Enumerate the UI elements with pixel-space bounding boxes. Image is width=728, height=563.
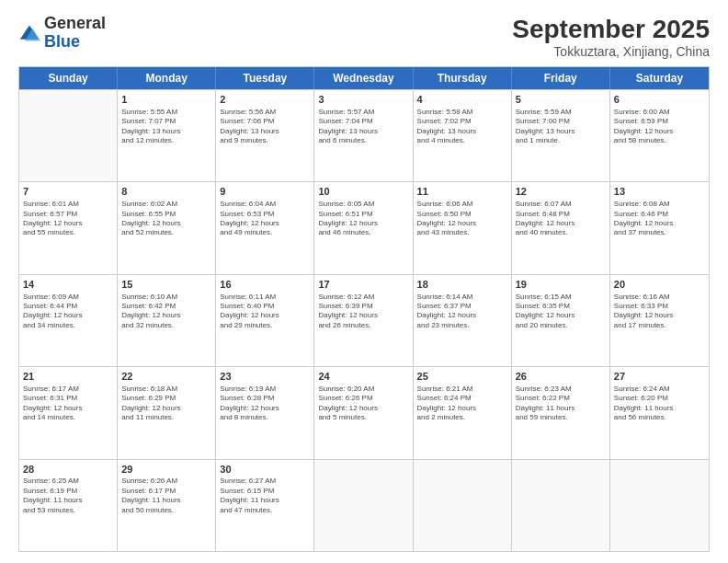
calendar-cell: 27Sunrise: 6:24 AMSunset: 6:20 PMDayligh… [610,367,709,458]
calendar-cell: 10Sunrise: 6:05 AMSunset: 6:51 PMDayligh… [314,182,413,273]
logo: General Blue [18,15,106,52]
calendar-body: 1Sunrise: 5:55 AMSunset: 7:07 PMDaylight… [19,89,709,551]
cell-info: Sunset: 6:26 PM [318,394,408,403]
cell-info: Sunset: 7:06 PM [220,117,310,126]
cell-info: Sunrise: 6:00 AM [614,108,705,117]
title-block: September 2025 Tokkuztara, Xinjiang, Chi… [512,15,710,59]
cell-info: Daylight: 11 hours [121,496,211,505]
cell-info: Daylight: 12 hours [614,219,705,228]
day-number: 27 [614,370,705,384]
calendar-cell [19,90,118,181]
cell-info: and 2 minutes. [417,413,507,422]
calendar: SundayMondayTuesdayWednesdayThursdayFrid… [18,66,710,552]
cell-info: Sunrise: 5:57 AM [318,108,408,117]
header-day-sunday: Sunday [19,67,118,89]
day-number: 3 [318,93,408,107]
cell-info: and 49 minutes. [220,228,310,237]
cell-info: and 1 minute. [516,136,606,145]
cell-info: Sunset: 6:29 PM [121,394,211,403]
calendar-cell: 30Sunrise: 6:27 AMSunset: 6:15 PMDayligh… [216,460,314,551]
cell-info: and 23 minutes. [417,321,507,330]
cell-info: Daylight: 11 hours [516,404,606,413]
cell-info: Sunset: 6:39 PM [318,302,408,311]
cell-info: and 50 minutes. [121,506,211,515]
day-number: 7 [23,185,113,199]
cell-info: Daylight: 12 hours [417,404,507,413]
cell-info: Daylight: 12 hours [23,404,113,413]
calendar-cell: 7Sunrise: 6:01 AMSunset: 6:57 PMDaylight… [19,182,118,273]
calendar-cell: 5Sunrise: 5:59 AMSunset: 7:00 PMDaylight… [512,90,610,181]
cell-info: Sunset: 6:40 PM [220,302,310,311]
cell-info: Daylight: 12 hours [23,311,113,320]
cell-info: and 6 minutes. [318,136,408,145]
cell-info: Sunset: 6:48 PM [516,210,606,219]
cell-info: Sunrise: 5:55 AM [121,108,211,117]
calendar-cell: 24Sunrise: 6:20 AMSunset: 6:26 PMDayligh… [314,367,413,458]
cell-info: Sunrise: 6:20 AM [318,385,408,394]
cell-info: Sunrise: 6:16 AM [614,293,705,302]
cell-info: and 14 minutes. [23,413,113,422]
cell-info: Sunrise: 6:18 AM [121,385,211,394]
calendar-cell: 3Sunrise: 5:57 AMSunset: 7:04 PMDaylight… [314,90,413,181]
cell-info: Sunset: 6:53 PM [220,210,310,219]
cell-info: Daylight: 12 hours [516,219,606,228]
cell-info: Daylight: 11 hours [614,404,705,413]
cell-info: and 20 minutes. [516,321,606,330]
calendar-cell: 18Sunrise: 6:14 AMSunset: 6:37 PMDayligh… [414,275,512,366]
header-day-saturday: Saturday [610,67,709,89]
day-number: 16 [220,278,310,292]
calendar-row-0: 1Sunrise: 5:55 AMSunset: 7:07 PMDaylight… [19,89,709,181]
cell-info: and 56 minutes. [614,413,705,422]
calendar-cell: 22Sunrise: 6:18 AMSunset: 6:29 PMDayligh… [118,367,216,458]
calendar-cell [610,460,709,551]
day-number: 26 [516,370,606,384]
cell-info: Sunset: 6:17 PM [121,487,211,496]
cell-info: Sunset: 6:46 PM [614,210,705,219]
header-day-friday: Friday [512,67,610,89]
cell-info: Sunrise: 6:10 AM [121,293,211,302]
cell-info: Daylight: 12 hours [220,219,310,228]
cell-info: Daylight: 11 hours [220,496,310,505]
day-number: 6 [614,93,705,107]
day-number: 8 [121,185,211,199]
cell-info: Sunset: 7:00 PM [516,117,606,126]
cell-info: Sunset: 6:51 PM [318,210,408,219]
cell-info: Sunset: 6:35 PM [516,302,606,311]
calendar-cell: 16Sunrise: 6:11 AMSunset: 6:40 PMDayligh… [216,275,314,366]
calendar-cell [314,460,413,551]
cell-info: and 47 minutes. [220,506,310,515]
cell-info: and 52 minutes. [121,228,211,237]
day-number: 12 [516,185,606,199]
day-number: 24 [318,370,408,384]
calendar-row-2: 14Sunrise: 6:09 AMSunset: 6:44 PMDayligh… [19,274,709,366]
calendar-row-4: 28Sunrise: 6:25 AMSunset: 6:19 PMDayligh… [19,459,709,551]
day-number: 22 [121,370,211,384]
day-number: 5 [516,93,606,107]
calendar-cell: 20Sunrise: 6:16 AMSunset: 6:33 PMDayligh… [610,275,709,366]
cell-info: Daylight: 13 hours [516,127,606,136]
calendar-cell: 1Sunrise: 5:55 AMSunset: 7:07 PMDaylight… [118,90,216,181]
cell-info: Daylight: 12 hours [417,219,507,228]
cell-info: Daylight: 12 hours [417,311,507,320]
cell-info: Sunset: 6:22 PM [516,394,606,403]
cell-info: Sunrise: 6:14 AM [417,293,507,302]
cell-info: Daylight: 12 hours [614,127,705,136]
cell-info: and 17 minutes. [614,321,705,330]
cell-info: Sunrise: 6:26 AM [121,477,211,486]
day-number: 1 [121,93,211,107]
cell-info: Sunset: 7:07 PM [121,117,211,126]
cell-info: and 34 minutes. [23,321,113,330]
cell-info: Sunset: 6:55 PM [121,210,211,219]
calendar-page: General Blue September 2025 Tokkuztara, … [0,0,728,563]
cell-info: Daylight: 12 hours [516,311,606,320]
cell-info: and 59 minutes. [516,413,606,422]
day-number: 9 [220,185,310,199]
cell-info: Daylight: 12 hours [121,311,211,320]
cell-info: and 43 minutes. [417,228,507,237]
calendar-cell: 28Sunrise: 6:25 AMSunset: 6:19 PMDayligh… [19,460,118,551]
cell-info: Sunset: 6:19 PM [23,487,113,496]
calendar-cell: 6Sunrise: 6:00 AMSunset: 6:59 PMDaylight… [610,90,709,181]
cell-info: and 32 minutes. [121,321,211,330]
cell-info: Sunset: 7:02 PM [417,117,507,126]
cell-info: Sunrise: 6:19 AM [220,385,310,394]
